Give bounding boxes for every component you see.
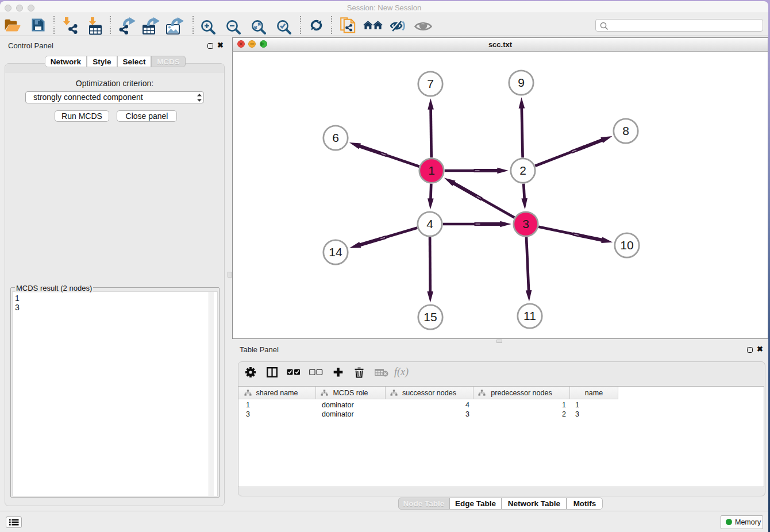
svg-text:7: 7 bbox=[427, 77, 434, 90]
svg-text:8: 8 bbox=[622, 124, 629, 137]
svg-text:9: 9 bbox=[518, 76, 525, 89]
svg-text:14: 14 bbox=[329, 245, 342, 259]
svg-text:6: 6 bbox=[332, 131, 339, 144]
svg-text:15: 15 bbox=[424, 310, 437, 323]
svg-text:1: 1 bbox=[428, 164, 435, 177]
svg-text:3: 3 bbox=[522, 217, 529, 230]
svg-text:10: 10 bbox=[620, 238, 633, 252]
svg-text:2: 2 bbox=[519, 164, 526, 177]
svg-text:4: 4 bbox=[426, 217, 433, 230]
svg-text:11: 11 bbox=[523, 309, 536, 322]
